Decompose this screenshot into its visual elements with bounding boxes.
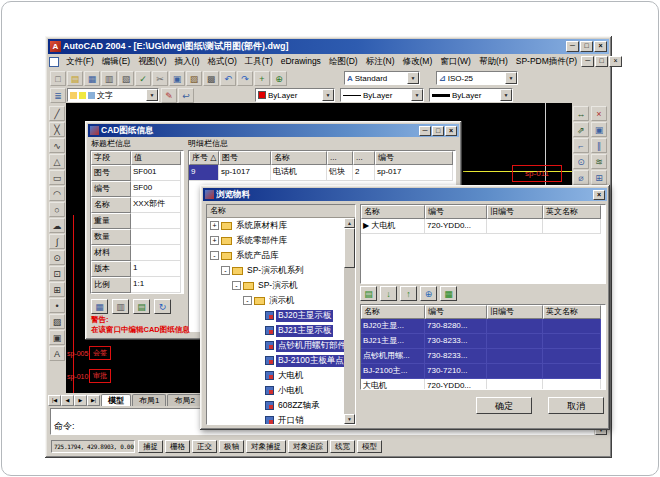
zoom-icon[interactable]: ⊕ [271, 71, 287, 86]
column-header[interactable]: 编号 [425, 305, 487, 319]
make-layer-current-icon[interactable]: ✎ [161, 88, 177, 103]
color-combo[interactable]: ByLayer ▼ [255, 88, 335, 102]
new-file-icon[interactable]: □ [50, 71, 66, 86]
make-block-icon[interactable]: ⊞ [49, 282, 65, 297]
maximize-button[interactable]: □ [432, 126, 444, 136]
match-properties-icon[interactable]: ▩ [203, 71, 219, 86]
column-header[interactable]: 旧编号 [487, 305, 543, 319]
aligned-dimension-icon[interactable]: ⇗ [573, 122, 589, 137]
menu-item-6[interactable]: 工具(T) [241, 55, 277, 69]
tab-scroll-icon-3[interactable]: ▶ [74, 395, 87, 406]
status-button-4[interactable]: 极轴 [219, 440, 244, 453]
layer-combo[interactable]: 文字 ▼ [67, 88, 159, 102]
table-row[interactable]: 图号SF001 [91, 165, 183, 181]
status-button-5[interactable]: 对象捕捉 [246, 440, 286, 453]
tree-item[interactable]: -SP-演示机 [207, 278, 344, 293]
redo-icon[interactable]: ↷ [237, 71, 253, 86]
menu-item-8[interactable]: 绘图(D) [325, 55, 362, 69]
column-header[interactable]: 英文名称 [543, 305, 601, 319]
layout-tab-1[interactable]: 模型 [101, 394, 131, 406]
plot-preview-icon[interactable]: ▧ [118, 71, 134, 86]
status-button-8[interactable]: 模型 [357, 440, 382, 453]
tab-scroll-icon-4[interactable]: ▶| [87, 395, 100, 406]
undo-icon[interactable]: ↶ [220, 71, 236, 86]
plot-icon[interactable]: ▥ [101, 71, 117, 86]
window-titlebar[interactable]: A AutoCAD 2004 - [E:\UG\dwg\图纸\测试用图(部件).… [48, 39, 609, 54]
polygon-icon[interactable]: △ [49, 154, 65, 169]
column-header[interactable]: ... [353, 151, 375, 165]
table-row[interactable]: 点钞机用螺...730-8233... [361, 349, 605, 364]
tab-scroll-icon-1[interactable]: |◀ [48, 395, 61, 406]
column-header[interactable]: 旧编号 [487, 205, 543, 219]
column-header[interactable]: 名称 [361, 205, 425, 219]
menu-item-9[interactable]: 标注(N) [362, 55, 399, 69]
tree-item[interactable]: -SP-演示机系列 [207, 263, 344, 278]
column-header[interactable]: 名称 [271, 151, 327, 165]
chevron-down-icon[interactable]: ▼ [505, 72, 517, 84]
chevron-down-icon[interactable]: ▼ [146, 89, 158, 101]
copy-icon[interactable]: ▣ [169, 71, 185, 86]
tree-item[interactable]: 点钞机用螺钉部件 [207, 338, 344, 353]
tree-expander-icon[interactable]: - [243, 296, 252, 305]
remove-selection-icon[interactable]: ↑ [400, 286, 417, 301]
menu-item-2[interactable]: 编辑(E) [98, 55, 134, 69]
table-row[interactable]: 编号SF00 [91, 181, 183, 197]
table-row[interactable]: 材料 [91, 245, 183, 261]
close-button[interactable]: × [593, 190, 605, 200]
menu-item-4[interactable]: 插入(I) [171, 55, 204, 69]
layout-tab-2[interactable]: 布局1 [132, 394, 166, 406]
tree-item[interactable]: -系统产品库 [207, 248, 344, 263]
table-row[interactable]: 9sp-1017电话机铝块2sp-017 [189, 165, 455, 181]
minimize-button[interactable]: ─ [581, 56, 594, 67]
tree-item[interactable]: 大电机 [207, 368, 344, 383]
column-header[interactable]: 编号 [375, 151, 453, 165]
tree-item[interactable]: 小电机 [207, 383, 344, 398]
menu-item-13[interactable]: SP-PDM插件(P) [512, 55, 581, 69]
column-header[interactable]: 字段 [91, 151, 131, 165]
column-header[interactable]: 编号 [425, 205, 487, 219]
add-selection-icon[interactable]: ↓ [380, 286, 397, 301]
layer-manager-icon[interactable]: ≣ [50, 88, 66, 103]
offset-icon[interactable]: ≋ [591, 154, 607, 169]
column-header[interactable]: 图号 [219, 151, 271, 165]
save-record-icon[interactable]: ▦ [91, 299, 108, 314]
table-row[interactable]: 重量 [91, 213, 183, 229]
list-view-icon[interactable]: ▤ [360, 286, 377, 301]
lineweight-combo[interactable]: ByLayer ▼ [429, 88, 513, 102]
construction-line-icon[interactable]: ╳ [49, 122, 65, 137]
menu-item-1[interactable]: 文件(F) [62, 55, 98, 69]
tree-expander-icon[interactable]: - [210, 251, 219, 260]
chevron-down-icon[interactable]: ▼ [500, 89, 512, 101]
minimize-button[interactable]: ─ [419, 126, 431, 136]
column-header[interactable]: 英文名称 [543, 205, 601, 219]
tree-item[interactable]: +系统零部件库 [207, 233, 344, 248]
ordinate-dimension-icon[interactable]: ⌐ [573, 138, 589, 153]
rectangle-icon[interactable]: ▭ [49, 170, 65, 185]
tree-expander-icon[interactable]: + [210, 221, 219, 230]
status-button-7[interactable]: 线宽 [330, 440, 355, 453]
region-icon[interactable]: ▣ [49, 330, 65, 345]
chevron-down-icon[interactable]: ▼ [411, 89, 423, 101]
insert-block-icon[interactable]: ⊡ [49, 266, 65, 281]
tree-item[interactable]: BJ20主显示板 [207, 308, 344, 323]
close-button[interactable]: × [445, 126, 457, 136]
menu-item-3[interactable]: 视图(V) [134, 55, 170, 69]
dimstyle-combo[interactable]: ⊿ ISO-25 ▼ [436, 71, 518, 85]
status-button-3[interactable]: 正交 [192, 440, 217, 453]
status-button-2[interactable]: 栅格 [165, 440, 190, 453]
circle-icon[interactable]: ○ [49, 202, 65, 217]
spelling-icon[interactable]: ✓ [135, 71, 151, 86]
close-button[interactable]: × [609, 56, 622, 67]
table-row[interactable]: 版本1 [91, 261, 183, 277]
tree-scrollbar[interactable]: ▲ ▼ [344, 218, 355, 424]
tree-item[interactable]: 开口销 [207, 413, 344, 424]
browse-titlebar[interactable]: 浏览物料 × [203, 188, 607, 201]
tree-item[interactable]: BJ21主显示板 [207, 323, 344, 338]
chevron-down-icon[interactable]: ▼ [322, 89, 334, 101]
scroll-up-icon[interactable]: ▲ [344, 218, 355, 228]
radius-dimension-icon[interactable]: ⊙ [573, 154, 589, 169]
erase-icon[interactable]: × [591, 106, 607, 121]
point-icon[interactable]: • [49, 298, 65, 313]
scrollbar-thumb[interactable] [344, 228, 355, 268]
column-header[interactable]: 名称 [361, 305, 425, 319]
